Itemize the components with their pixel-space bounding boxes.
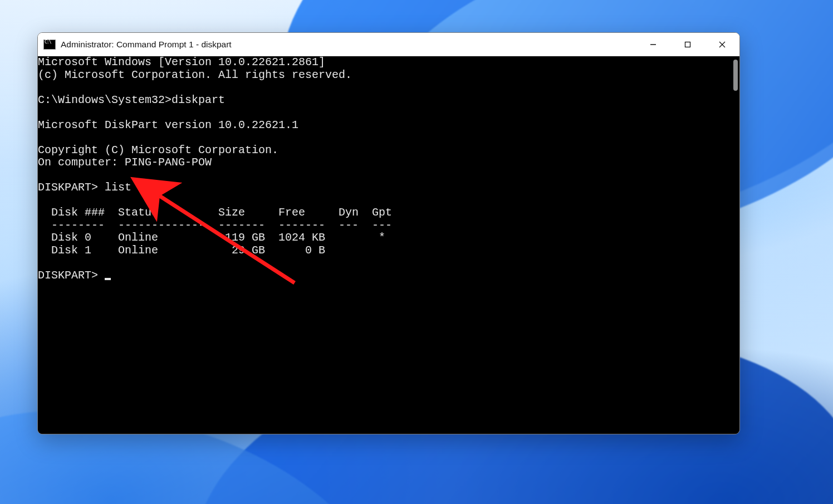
scrollbar-track[interactable] <box>729 56 739 434</box>
svg-rect-1 <box>685 42 690 47</box>
diskpart-copyright: Copyright (C) Microsoft Corporation. <box>38 144 278 156</box>
cmd-icon <box>43 40 56 50</box>
desktop-wallpaper: Administrator: Command Prompt 1 - diskpa… <box>0 0 833 504</box>
command-prompt-window: Administrator: Command Prompt 1 - diskpa… <box>37 32 740 434</box>
window-controls <box>636 33 739 56</box>
titlebar[interactable]: Administrator: Command Prompt 1 - diskpa… <box>38 33 739 56</box>
window-client-area: Microsoft Windows [Version 10.0.22621.28… <box>38 56 739 434</box>
window-title: Administrator: Command Prompt 1 - diskpa… <box>61 40 232 50</box>
close-button[interactable] <box>705 33 739 56</box>
table-row: Disk 0 Online 119 GB 1024 KB * <box>38 231 385 244</box>
terminal-output[interactable]: Microsoft Windows [Version 10.0.22621.28… <box>38 56 729 434</box>
table-row: Disk 1 Online 29 GB 0 B <box>38 244 325 257</box>
minimize-button[interactable] <box>636 33 670 56</box>
diskpart-version: Microsoft DiskPart version 10.0.22621.1 <box>38 119 298 131</box>
minimize-icon <box>650 41 656 48</box>
scrollbar-thumb[interactable] <box>733 60 738 91</box>
os-version-line: Microsoft Windows [Version 10.0.22621.28… <box>38 56 325 68</box>
diskpart-prompt: DISKPART> <box>38 181 98 194</box>
diskpart-prompt: DISKPART> <box>38 269 98 282</box>
close-icon <box>719 41 726 48</box>
disk-table-header: Disk ### Status Size Free Dyn Gpt <box>38 206 392 219</box>
diskpart-computer: On computer: PING-PANG-POW <box>38 156 212 169</box>
terminal-cursor <box>105 278 111 280</box>
shell-command: diskpart <box>171 94 225 106</box>
disk-table-divider: -------- ------------- ------- ------- -… <box>38 219 392 232</box>
diskpart-command: list disk <box>105 181 165 194</box>
maximize-button[interactable] <box>670 33 705 56</box>
shell-prompt: C:\Windows\System32> <box>38 94 171 106</box>
maximize-icon <box>684 41 691 48</box>
copyright-line: (c) Microsoft Corporation. All rights re… <box>38 68 352 81</box>
